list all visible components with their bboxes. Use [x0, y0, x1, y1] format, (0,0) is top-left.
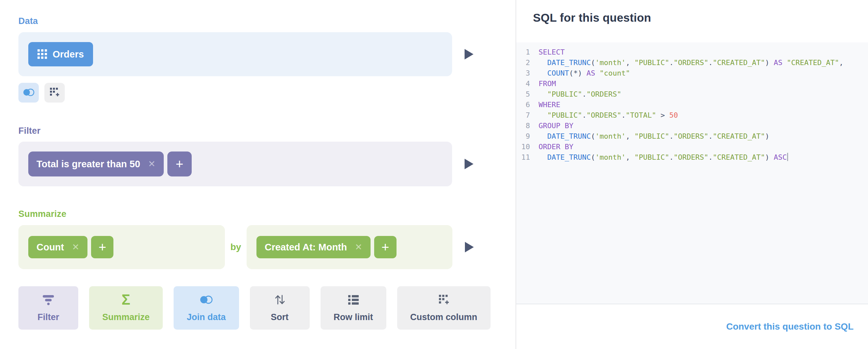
filter-icon [42, 293, 55, 306]
preview-filter-step-button[interactable] [465, 159, 473, 169]
step-action-buttons-row: Filter Σ Summarize Join data [19, 286, 516, 329]
custom-column-action-button[interactable]: Custom column [397, 286, 491, 329]
action-label: Filter [37, 312, 59, 322]
filter-pill[interactable]: Total is greater than 50 ✕ [28, 152, 164, 177]
group-by-panel: Created At: Month ✕ + [247, 225, 453, 269]
group-by-pill[interactable]: Created At: Month ✕ [256, 236, 371, 258]
remove-aggregation-icon[interactable]: ✕ [72, 242, 80, 252]
line-number: 4 [516, 78, 530, 89]
convert-to-sql-link[interactable]: Convert this question to SQL [726, 321, 854, 332]
data-section-label: Data [19, 17, 516, 26]
add-group-by-button[interactable]: + [374, 236, 397, 258]
action-label: Summarize [102, 312, 150, 322]
summarize-section: Summarize Count ✕ + by Created At: Month… [19, 209, 516, 269]
line-number: 7 [516, 110, 530, 121]
aggregation-pill[interactable]: Count ✕ [28, 236, 88, 258]
preview-summarize-step-button[interactable] [465, 242, 474, 252]
sort-icon [274, 293, 286, 306]
filter-pill-label: Total is greater than 50 [36, 159, 140, 169]
join-icon [198, 293, 214, 306]
line-number: 6 [516, 100, 530, 110]
preview-data-step-button[interactable] [465, 49, 473, 60]
sql-code-lines: 1SELECT2 DATE_TRUNC('month', "PUBLIC"."O… [516, 47, 868, 163]
sql-code-line: 11 DATE_TRUNC('month', "PUBLIC"."ORDERS"… [516, 152, 868, 163]
add-filter-button[interactable]: + [167, 152, 192, 177]
custom-column-icon [49, 87, 60, 99]
line-number: 11 [516, 152, 530, 163]
remove-filter-icon[interactable]: ✕ [148, 159, 156, 169]
sql-code-line: 5 "PUBLIC"."ORDERS" [516, 89, 868, 100]
action-label: Row limit [334, 312, 373, 322]
sql-code-line: 10ORDER BY [516, 141, 868, 152]
custom-column-icon [438, 293, 450, 306]
line-number: 10 [516, 141, 530, 152]
action-label: Join data [187, 312, 226, 322]
summarize-section-label: Summarize [19, 209, 516, 219]
sql-code-block[interactable]: 1SELECT2 DATE_TRUNC('month', "PUBLIC"."O… [516, 42, 868, 304]
line-number: 9 [516, 131, 530, 141]
sql-code-line: 9 DATE_TRUNC('month', "PUBLIC"."ORDERS".… [516, 131, 868, 141]
table-icon [37, 48, 48, 60]
sql-code-line: 3 COUNT(*) AS "count" [516, 68, 868, 78]
join-icon [22, 87, 35, 99]
line-number: 8 [516, 121, 530, 131]
data-section: Data Orders [19, 17, 516, 102]
line-number: 3 [516, 68, 530, 78]
group-by-pill-label: Created At: Month [265, 242, 347, 253]
metabase-notebook-editor: Data Orders [0, 0, 868, 349]
data-step-actions [19, 83, 516, 102]
sql-preview-pane: SQL for this question 1SELECT2 DATE_TRUN… [516, 0, 868, 349]
aggregation-panel: Count ✕ + [19, 225, 225, 269]
action-label: Sort [271, 312, 289, 322]
data-table-button[interactable]: Orders [28, 42, 93, 66]
filter-action-button[interactable]: Filter [19, 286, 78, 329]
filter-section-label: Filter [19, 126, 516, 135]
sql-panel-title: SQL for this question [533, 11, 868, 24]
join-data-action-button[interactable]: Join data [174, 286, 239, 329]
sql-code-line: 7 "PUBLIC"."ORDERS"."TOTAL" > 50 [516, 110, 868, 121]
row-limit-action-button[interactable]: Row limit [320, 286, 386, 329]
text-cursor [787, 153, 788, 161]
sql-code-line: 8GROUP BY [516, 121, 868, 131]
aggregation-pill-label: Count [36, 242, 64, 253]
sql-code-line: 4FROM [516, 78, 868, 89]
action-label: Custom column [410, 312, 477, 322]
sql-footer: Convert this question to SQL [516, 304, 868, 349]
row-limit-icon [347, 293, 360, 306]
summarize-by-label: by [225, 242, 247, 252]
line-number: 1 [516, 47, 530, 58]
sigma-icon: Σ [122, 293, 130, 306]
sort-action-button[interactable]: Sort [250, 286, 310, 329]
filter-section: Filter Total is greater than 50 ✕ + [19, 126, 516, 186]
sql-code-line: 2 DATE_TRUNC('month', "PUBLIC"."ORDERS".… [516, 58, 868, 68]
summarize-action-button[interactable]: Σ Summarize [89, 286, 163, 329]
custom-column-mini-button[interactable] [44, 83, 65, 102]
sql-code-line: 1SELECT [516, 47, 868, 58]
line-number: 2 [516, 58, 530, 68]
line-number: 5 [516, 89, 530, 100]
data-table-label: Orders [53, 49, 84, 60]
query-builder-pane: Data Orders [0, 0, 516, 349]
add-aggregation-button[interactable]: + [91, 236, 114, 258]
sql-code-line: 6WHERE [516, 100, 868, 110]
join-data-mini-button[interactable] [19, 83, 39, 102]
filter-panel: Total is greater than 50 ✕ + [19, 141, 452, 186]
remove-group-by-icon[interactable]: ✕ [355, 242, 362, 252]
data-panel: Orders [19, 32, 452, 76]
